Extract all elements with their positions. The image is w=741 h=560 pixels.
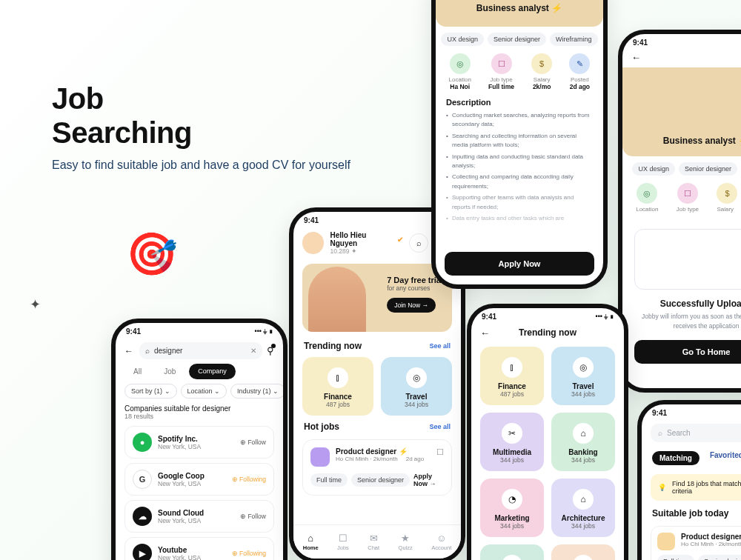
filter-industry[interactable]: Industry (1) ⌄ <box>230 384 285 399</box>
category-card[interactable]: IT <box>551 544 615 560</box>
job-sub: Ho Chi Minh · 2k/month <box>336 456 398 462</box>
category-card[interactable]: ⫿Finance487 jobs <box>480 347 544 405</box>
tabbar-account[interactable]: ☺Account <box>431 533 451 551</box>
search-input[interactable]: ⌕Search <box>651 424 741 442</box>
search-icon: ⌕ <box>658 429 662 437</box>
stat-value: Full time <box>488 83 514 90</box>
follow-button[interactable]: ⊕ Following <box>232 550 266 557</box>
avatar[interactable] <box>302 232 324 254</box>
back-icon[interactable]: ← <box>124 346 135 356</box>
trend-card[interactable]: ◎Travel344 jobs <box>381 357 452 416</box>
success-body: Jobby will inform you as soon as the emp… <box>634 312 741 331</box>
back-icon[interactable]: ← <box>480 327 490 339</box>
category-card[interactable]: ⌂Architecture344 jobs <box>551 479 615 537</box>
status-time: 9:41 <box>482 313 496 321</box>
category-card[interactable]: Art <box>480 544 544 560</box>
company-name: Youtube <box>158 546 201 554</box>
tab-icon: ★ <box>401 533 410 544</box>
category-card[interactable]: ◎Travel344 jobs <box>551 347 615 405</box>
see-all-link[interactable]: See all <box>429 423 451 430</box>
search-button[interactable]: ⌕ <box>409 233 428 253</box>
desc-item: Inputting data and conducting basic stan… <box>446 153 593 171</box>
apply-button[interactable]: Apply Now <box>445 252 594 276</box>
bookmark-icon[interactable]: ☐ <box>436 447 444 457</box>
see-all-link[interactable]: See all <box>429 342 451 350</box>
follow-button[interactable]: ⊕ Following <box>232 476 266 483</box>
stat-label: Job type <box>488 76 514 83</box>
category-count: 487 jobs <box>302 401 373 408</box>
category-card[interactable]: ✂Multimedia344 jobs <box>480 413 544 471</box>
tabbar-quizz[interactable]: ★Quizz <box>399 533 413 551</box>
tag-chip: Senior designer <box>488 33 546 46</box>
tab-icon: ⌂ <box>308 533 313 544</box>
tab-company[interactable]: Company <box>189 364 236 379</box>
stat-label: Posted <box>569 76 590 83</box>
tab-favorited[interactable]: Favorited <box>710 451 741 465</box>
stat-salary: $Salary <box>717 183 737 213</box>
promo-banner[interactable]: 7 Day free trial for any courses Join No… <box>302 264 452 332</box>
category-count: 344 jobs <box>480 456 544 464</box>
back-icon[interactable]: ← <box>631 52 641 63</box>
tabbar-jobs[interactable]: ☐Jobs <box>337 533 349 551</box>
company-card[interactable]: ☁ Sound CloudNew York, USA ⊕ Follow <box>124 500 274 533</box>
tip-banner: 💡Find 18 jobs that matched with your cri… <box>651 474 741 501</box>
job-title: Business analyst ⚡ <box>476 3 562 13</box>
tab-job[interactable]: Job <box>155 364 185 379</box>
filter-sort[interactable]: Sort by (1) ⌄ <box>124 384 177 399</box>
follow-button[interactable]: ⊕ Follow <box>240 439 266 446</box>
tab-all[interactable]: All <box>124 364 150 379</box>
phone-search-companies: 9:41 ••• ⏚ ▮ ← ⌕ designer ✕ ⚲ All Job Co… <box>111 319 288 560</box>
target-icon: 🎯 <box>126 230 178 279</box>
stat-icon: $ <box>717 183 737 204</box>
category-icon: ◎ <box>406 367 427 388</box>
filter-icon[interactable]: ⚲ <box>267 345 274 356</box>
apply-link[interactable]: Apply Now → <box>413 473 444 487</box>
company-card[interactable]: G Google CoopNew York, USA ⊕ Following <box>124 463 274 496</box>
company-card[interactable]: ● Spotify Inc.New York, USA ⊕ Follow <box>124 426 274 459</box>
tabbar-chat[interactable]: ✉Chat <box>368 533 379 551</box>
stat-label: Location <box>449 76 471 83</box>
category-count: 344 jobs <box>551 522 615 530</box>
category-card[interactable]: ◔Marketing344 jobs <box>480 479 544 537</box>
stat-label: Location <box>636 206 658 213</box>
stat-icon: ◎ <box>637 183 657 204</box>
bottom-tabbar: ⌂Home☐Jobs✉Chat★Quizz☺Account <box>293 524 461 559</box>
stat-location: ◎Location <box>636 183 658 213</box>
go-home-button[interactable]: Go To Home <box>634 340 741 364</box>
stat-value: 2k/mo <box>531 83 552 90</box>
category-name: Marketing <box>480 514 544 522</box>
job-ago: 2d ago <box>406 456 424 462</box>
job-card[interactable]: Product designer ⚡ Ho Chi Minh · 2k/mont… <box>302 439 452 496</box>
page-title: Trending now <box>519 327 576 338</box>
company-location: New York, USA <box>158 443 201 450</box>
phone-matching: 9:41••• ⏚ ▮ ⌕Search Matching Favorited A… <box>637 400 741 560</box>
desc-item: Supporting other teams with data analysi… <box>446 193 593 212</box>
search-input[interactable]: ⌕ designer ✕ <box>139 342 262 359</box>
join-button[interactable]: Join Now → <box>387 298 436 313</box>
tab-label: Home <box>303 544 319 551</box>
job-card[interactable]: Product designerHo Chi Minh · 2k/month F… <box>651 526 741 560</box>
category-icon: ⌂ <box>573 423 594 444</box>
tab-label: Jobs <box>337 544 349 551</box>
category-count: 487 jobs <box>480 390 544 398</box>
company-card[interactable]: ▶ YoutubeNew York, USA ⊕ Following <box>124 537 274 560</box>
category-icon: ◔ <box>502 489 522 510</box>
follow-button[interactable]: ⊕ Follow <box>240 513 266 520</box>
filter-location[interactable]: Location ⌄ <box>181 384 227 399</box>
category-count: 344 jobs <box>551 456 615 464</box>
trend-card[interactable]: ⫿Finance487 jobs <box>302 357 373 416</box>
stat-icon: $ <box>531 53 552 74</box>
category-count: 344 jobs <box>551 390 615 398</box>
tag-chip: Wireframing <box>550 33 598 46</box>
tag-chip: Senior designer <box>679 162 737 176</box>
bulb-icon: 💡 <box>658 484 666 491</box>
job-title: Product designer <box>681 533 741 541</box>
tab-matching[interactable]: Matching <box>652 451 700 465</box>
category-card[interactable]: ⌂Banking344 jobs <box>551 413 615 471</box>
clear-icon[interactable]: ✕ <box>250 347 256 355</box>
tabbar-home[interactable]: ⌂Home <box>303 533 319 551</box>
section-title: Suitable job today <box>642 504 741 523</box>
job-title: Business analyst ⚡ <box>663 136 741 146</box>
category-name: Banking <box>551 448 615 456</box>
tab-icon: ☺ <box>436 533 446 544</box>
